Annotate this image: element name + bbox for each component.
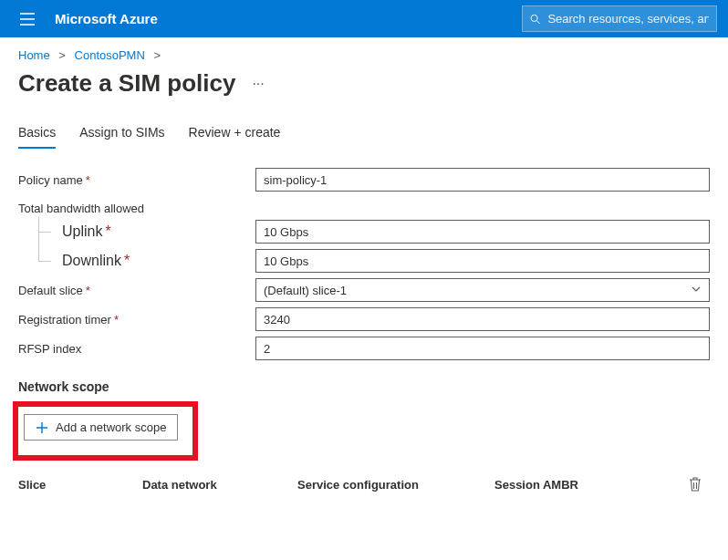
add-network-scope-label: Add a network scope bbox=[56, 420, 166, 434]
form-basics: Policy name* Total bandwidth allowed Upl… bbox=[0, 149, 728, 492]
chevron-down-icon bbox=[691, 284, 702, 297]
rfsp-index-label: RFSP index bbox=[18, 342, 81, 356]
policy-name-label: Policy name bbox=[18, 173, 83, 187]
plus-icon bbox=[36, 421, 48, 434]
downlink-label: Downlink bbox=[62, 253, 121, 269]
add-network-scope-button[interactable]: Add a network scope bbox=[24, 414, 178, 441]
tab-assign-to-sims[interactable]: Assign to SIMs bbox=[79, 125, 164, 149]
search-placeholder: Search resources, services, and docs bbox=[547, 12, 709, 26]
tab-review-create[interactable]: Review + create bbox=[189, 125, 281, 149]
col-data-network: Data network bbox=[142, 478, 297, 492]
page-title: Create a SIM policy bbox=[18, 69, 235, 98]
highlight-annotation: Add a network scope bbox=[13, 401, 198, 461]
azure-top-bar: Microsoft Azure Search resources, servic… bbox=[0, 0, 728, 37]
hamburger-menu-icon[interactable] bbox=[11, 13, 44, 26]
col-slice: Slice bbox=[18, 478, 142, 492]
breadcrumb-separator: > bbox=[153, 48, 161, 62]
col-service-configuration: Service configuration bbox=[297, 478, 494, 492]
more-actions-button[interactable]: ··· bbox=[248, 72, 267, 96]
default-slice-value: (Default) slice-1 bbox=[264, 284, 347, 297]
breadcrumb: Home > ContosoPMN > bbox=[0, 37, 728, 66]
col-session-ambr: Session AMBR bbox=[494, 478, 681, 492]
breadcrumb-home[interactable]: Home bbox=[18, 48, 50, 62]
delete-column-icon[interactable] bbox=[681, 477, 710, 492]
trash-icon bbox=[689, 477, 702, 492]
uplink-input[interactable] bbox=[255, 220, 710, 244]
svg-line-1 bbox=[536, 20, 539, 23]
bandwidth-group-label: Total bandwidth allowed bbox=[18, 198, 710, 217]
registration-timer-input[interactable] bbox=[255, 307, 710, 331]
tab-basics[interactable]: Basics bbox=[18, 125, 56, 149]
default-slice-label: Default slice bbox=[18, 284, 83, 297]
svg-point-0 bbox=[531, 15, 537, 21]
rfsp-index-input[interactable] bbox=[255, 337, 710, 360]
policy-name-input[interactable] bbox=[255, 168, 710, 192]
registration-timer-label: Registration timer bbox=[18, 313, 111, 327]
uplink-label: Uplink bbox=[62, 223, 102, 240]
breadcrumb-separator: > bbox=[58, 48, 66, 62]
network-scope-title: Network scope bbox=[18, 379, 710, 394]
search-icon bbox=[530, 13, 540, 26]
breadcrumb-contosopmn[interactable]: ContosoPMN bbox=[75, 48, 145, 62]
downlink-input[interactable] bbox=[255, 249, 710, 273]
tab-bar: Basics Assign to SIMs Review + create bbox=[0, 98, 728, 149]
global-search-input[interactable]: Search resources, services, and docs bbox=[522, 5, 717, 32]
brand-label: Microsoft Azure bbox=[55, 11, 158, 26]
default-slice-select[interactable]: (Default) slice-1 bbox=[255, 278, 710, 302]
network-scope-table-header: Slice Data network Service configuration… bbox=[18, 477, 710, 492]
